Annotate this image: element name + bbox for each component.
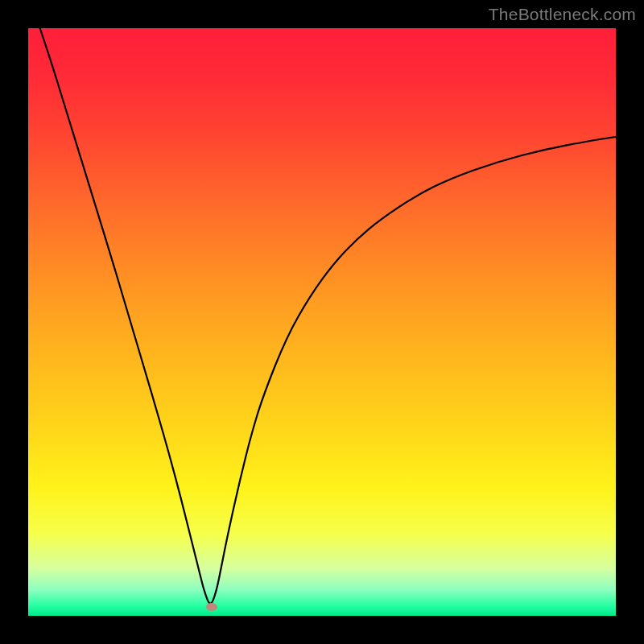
chart-frame: TheBottleneck.com (0, 0, 644, 644)
watermark-label: TheBottleneck.com (489, 5, 636, 24)
gradient-background (28, 28, 616, 616)
optimal-point-marker (206, 603, 217, 611)
plot-area (28, 28, 616, 616)
svg-rect-0 (28, 28, 616, 616)
